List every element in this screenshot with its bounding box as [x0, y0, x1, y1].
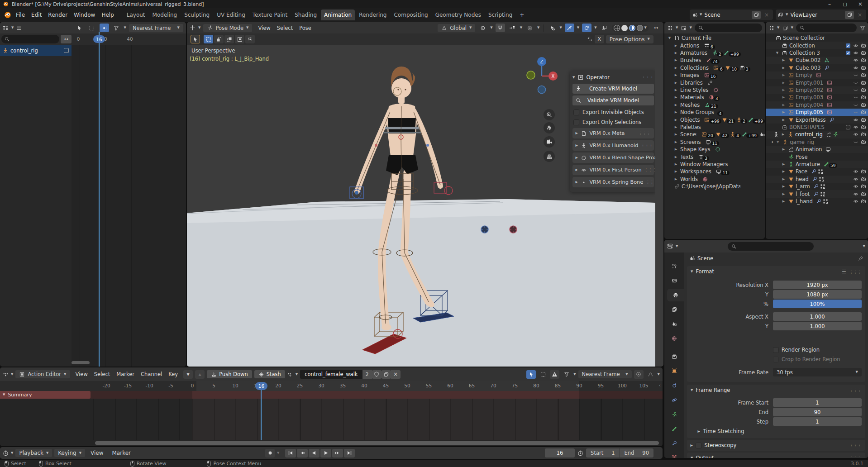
disclosure-closed-icon[interactable]: ▶ [673, 155, 678, 159]
dope-menu-channel[interactable]: Channel [138, 370, 165, 378]
disable-render-camera-icon[interactable] [860, 102, 866, 108]
outliner-filter-icon[interactable] [859, 25, 865, 31]
outliner-search-input[interactable] [796, 24, 857, 32]
properties-tab-view-layer[interactable] [664, 303, 684, 316]
mirror-x-toggle[interactable]: X [595, 35, 604, 43]
new-scene-button[interactable] [752, 11, 761, 19]
shading-wireframe-icon[interactable] [614, 25, 620, 31]
disable-render-camera-icon[interactable] [860, 124, 866, 130]
disclosure-closed-icon[interactable]: ▶ [781, 58, 786, 62]
display-mode-icon[interactable] [667, 25, 673, 31]
proportional-icon[interactable] [634, 370, 644, 379]
prev-key-button[interactable] [297, 449, 308, 457]
blendfile-row[interactable]: ▶Meshes21 [664, 101, 765, 109]
viewlayer-selector[interactable]: ▼ ViewLayer × [776, 10, 866, 20]
blendfile-row[interactable]: ▶Shape Keys [664, 146, 765, 153]
action-users-button[interactable]: 2 [362, 370, 372, 379]
disclosure-closed-icon[interactable]: ▶ [673, 177, 678, 181]
filter-icon[interactable] [112, 24, 121, 32]
move-channel-down-icon[interactable]: ▼ [183, 370, 193, 379]
blendfile-row[interactable]: ▶Objects+99212+99 [664, 116, 765, 123]
disclosure-closed-icon[interactable]: ▶ [673, 88, 678, 92]
properties-tab-render[interactable] [664, 274, 684, 287]
disable-render-camera-icon[interactable] [860, 50, 866, 56]
outliner-row[interactable]: ▶l_arm [766, 183, 868, 190]
pan-hand-icon[interactable] [544, 122, 555, 133]
blendfile-row[interactable]: ▶Line Styles [664, 86, 765, 94]
hide-eye-icon[interactable] [853, 65, 858, 71]
outliner-row[interactable]: ▶ExportMass [766, 116, 868, 123]
delete-viewlayer-button[interactable]: × [855, 11, 864, 19]
blendfile-row[interactable]: ▶Texts3 [664, 153, 765, 160]
properties-tab-scene[interactable] [664, 318, 684, 330]
properties-tab-object-data[interactable] [664, 408, 684, 421]
show-gizmo-icon[interactable] [547, 24, 557, 32]
format-field-3[interactable]: 1.000 [773, 312, 862, 321]
frame-start-field[interactable]: Start1 [586, 448, 619, 457]
blendfile-row[interactable]: ▶Armatures2+99 [664, 49, 765, 57]
disclosure-closed-icon[interactable]: ▶ [781, 110, 786, 114]
outliner-row[interactable]: ▶l_foot [766, 190, 868, 197]
outliner-row[interactable]: •▼game_rig [766, 138, 868, 146]
orientation-dropdown[interactable]: Global▼ [438, 24, 475, 32]
dope-box-select-icon[interactable] [538, 370, 548, 379]
mode-dropdown[interactable]: Pose Mode▼ [203, 24, 252, 32]
close-button[interactable]: × [853, 0, 868, 8]
create-vrm-button[interactable]: Create VRM Model [572, 84, 654, 94]
left-h-scrollbar[interactable] [72, 361, 90, 364]
disclosure-closed-icon[interactable]: ▶ [673, 110, 678, 114]
disable-render-camera-icon[interactable] [860, 110, 866, 115]
frame-range-field-1[interactable]: 90 [773, 408, 862, 416]
outliner-row[interactable]: ▶Empty [766, 71, 868, 79]
disable-render-camera-icon[interactable] [860, 87, 866, 93]
render-region-checkbox[interactable] [773, 347, 779, 353]
disclosure-closed-icon[interactable]: ▶ [673, 73, 678, 77]
only-errors-warning-icon[interactable] [550, 370, 559, 379]
tweak-tool-icon[interactable] [191, 35, 200, 43]
editor-type-caret[interactable]: ▼ [11, 26, 14, 29]
blendfile-row[interactable]: ▶Collections6103 [664, 64, 765, 71]
fake-user-shield-icon[interactable] [372, 370, 382, 379]
crop-region-checkbox[interactable] [773, 357, 779, 362]
frame-range-field-2[interactable]: 1 [773, 417, 862, 426]
disclosure-closed-icon[interactable]: ▶ [781, 103, 786, 107]
stopwatch-icon[interactable] [577, 450, 583, 456]
select-invert-icon[interactable] [235, 35, 244, 43]
workspace-tab-modeling[interactable]: Modeling [149, 11, 181, 19]
dope-h-scrollbar[interactable] [95, 441, 659, 445]
dope-playhead[interactable] [261, 389, 262, 440]
hide-eye-icon[interactable] [853, 50, 858, 56]
timeline-editor-icon[interactable] [3, 450, 9, 456]
hide-eye-icon[interactable] [853, 117, 858, 123]
nav-gizmo[interactable]: Z X [522, 52, 572, 101]
left-playhead[interactable] [99, 32, 100, 367]
format-field-1[interactable]: 1080 px [773, 290, 862, 299]
blendfile-search-input[interactable] [695, 24, 762, 32]
disable-render-camera-icon[interactable] [860, 95, 866, 100]
disclosure-closed-icon[interactable]: ▶ [673, 125, 678, 129]
outliner-row[interactable]: ▼Collection 3 [766, 49, 868, 57]
properties-tab-bone[interactable] [664, 423, 684, 435]
format-collapse-caret[interactable]: ▼ [691, 270, 693, 273]
frame-rate-dropdown[interactable]: 30 fps▼ [773, 368, 862, 376]
viewlayer-mode-icon[interactable] [782, 25, 788, 31]
hide-eye-icon[interactable] [853, 132, 858, 138]
panel-grip[interactable]: ⋮⋮⋮ [642, 76, 654, 80]
disclosure-closed-icon[interactable]: ▶ [781, 118, 786, 122]
hide-eye-closed-icon[interactable] [853, 80, 858, 86]
topbar-menu-window[interactable]: Window [71, 11, 98, 19]
blendfile-row[interactable]: ▶Libraries [664, 79, 765, 86]
left-current-frame-badge[interactable]: 16 [93, 35, 105, 43]
disclosure-closed-icon[interactable]: ▶ [673, 133, 678, 136]
disclosure-closed-icon[interactable]: ▶ [781, 177, 786, 181]
properties-tab-constraints[interactable] [664, 379, 684, 392]
disclosure-closed-icon[interactable]: ▶ [673, 66, 678, 70]
properties-tab-collection[interactable] [664, 350, 684, 363]
blendfile-row[interactable]: ▶Materials3 [664, 94, 765, 101]
hide-eye-icon[interactable] [853, 176, 858, 182]
filter-caret[interactable]: ▼ [124, 26, 126, 29]
topbar-menu-render[interactable]: Render [45, 11, 71, 19]
summary-channel[interactable]: ▼ Summary [0, 391, 91, 399]
properties-search-input[interactable] [728, 242, 814, 251]
validate-vrm-button[interactable]: Validate VRM Model [572, 95, 654, 105]
